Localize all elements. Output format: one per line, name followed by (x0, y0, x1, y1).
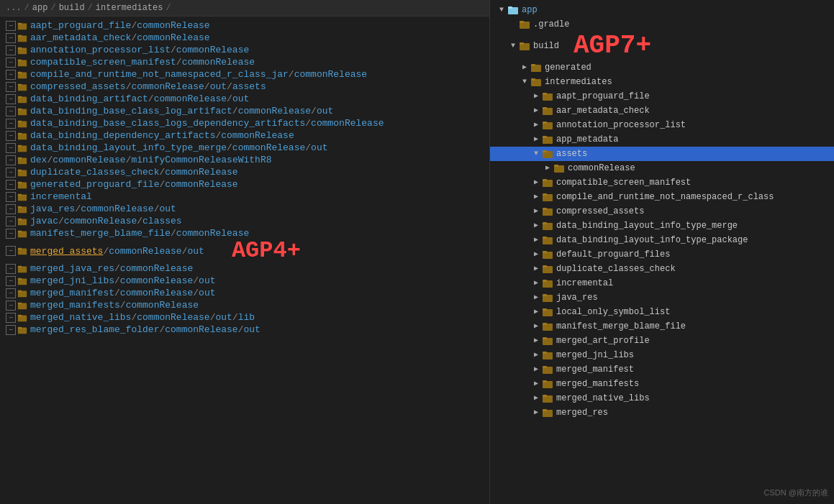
tree-item-assets[interactable]: ▼ assets (490, 147, 834, 161)
tree-item-aar-meta[interactable]: ▶ aar_metadata_check (490, 104, 834, 118)
expand-arrow[interactable]: ▶ (530, 263, 542, 275)
list-item[interactable]: − annotation_processor_list/commonReleas… (0, 44, 489, 56)
list-item[interactable]: − dex/commonRelease/minifyCommonReleaseW… (0, 154, 489, 166)
collapse-btn[interactable]: − (6, 216, 16, 226)
list-item[interactable]: − aar_metadata_check/commonRelease (0, 32, 489, 44)
list-item[interactable]: − data_binding_artifact/commonRelease/ou… (0, 93, 489, 105)
expand-arrow[interactable]: ▶ (530, 407, 542, 418)
expand-arrow[interactable]: ▶ (530, 349, 542, 361)
expand-arrow[interactable]: ▼ (496, 4, 507, 16)
expand-arrow[interactable]: ▶ (530, 292, 542, 303)
list-item[interactable]: − data_binding_base_class_logs_dependenc… (0, 117, 489, 129)
expand-arrow[interactable]: ▶ (530, 249, 542, 260)
tree-item-app-meta[interactable]: ▶ app_metadata (490, 132, 834, 147)
list-item[interactable]: − compile_and_runtime_not_namespaced_r_c… (0, 68, 489, 81)
list-item[interactable]: − data_binding_dependency_artifacts/comm… (0, 129, 489, 142)
expand-arrow[interactable]: ▶ (530, 378, 542, 390)
expand-arrow[interactable]: ▼ (519, 76, 530, 88)
tree-item-java-res[interactable]: ▶ java_res (490, 290, 834, 305)
collapse-btn[interactable]: − (6, 82, 16, 92)
collapse-btn[interactable]: − (6, 155, 16, 165)
collapse-btn[interactable]: − (6, 276, 16, 286)
collapse-btn[interactable]: − (6, 119, 16, 129)
list-item[interactable]: − data_binding_layout_info_type_merge/co… (0, 142, 489, 154)
collapse-btn[interactable]: − (6, 168, 16, 178)
collapse-btn[interactable]: − (6, 70, 16, 80)
collapse-btn[interactable]: − (6, 246, 16, 256)
expand-arrow[interactable]: ▶ (530, 321, 542, 332)
tree-item-merged-manifests[interactable]: ▶ merged_manifests (490, 377, 834, 391)
collapse-btn[interactable]: − (6, 264, 16, 274)
tree-item-build[interactable]: ▼ build AGP7+ (490, 32, 834, 60)
expand-arrow[interactable]: ▶ (530, 206, 542, 217)
expand-arrow[interactable]: ▼ (530, 148, 542, 160)
list-item[interactable]: − java_res/commonRelease/out (0, 203, 489, 215)
collapse-btn[interactable]: − (6, 106, 16, 116)
tree-item-dblayout-package[interactable]: ▶ data_binding_layout_info_type_package (490, 233, 834, 247)
expand-arrow[interactable]: ▶ (530, 119, 542, 131)
collapse-btn[interactable]: − (6, 229, 16, 239)
list-item[interactable]: − merged_native_libs/commonRelease/out/l… (0, 311, 489, 324)
list-item[interactable]: − compatible_screen_manifest/commonRelea… (0, 56, 489, 68)
collapse-btn[interactable]: − (6, 131, 16, 141)
list-item[interactable]: − javac/commonRelease/classes (0, 215, 489, 227)
tree-item-manifest-blame[interactable]: ▶ manifest_merge_blame_file (490, 319, 834, 334)
collapse-btn[interactable]: − (6, 325, 16, 335)
expand-arrow[interactable]: ▶ (519, 62, 530, 73)
expand-arrow[interactable]: ▶ (530, 105, 542, 116)
collapse-btn[interactable]: − (6, 301, 16, 311)
list-item[interactable]: − data_binding_base_class_log_artifact/c… (0, 105, 489, 117)
collapse-btn[interactable]: − (6, 33, 16, 43)
collapse-btn[interactable]: − (6, 288, 16, 298)
tree-item-common-release[interactable]: ▶ commonRelease (490, 161, 834, 175)
tree-item-app[interactable]: ▼ app (490, 3, 834, 17)
tree-item-aapt[interactable]: ▶ aapt_proguard_file (490, 89, 834, 104)
expand-arrow[interactable]: ▶ (530, 134, 542, 145)
collapse-btn[interactable]: − (6, 143, 16, 153)
expand-arrow[interactable]: ▶ (530, 393, 542, 404)
expand-arrow[interactable]: ▶ (530, 278, 542, 289)
collapse-btn[interactable]: − (6, 94, 16, 104)
tree-item-compile-runtime[interactable]: ▶ compile_and_runtime_not_namespaced_r_c… (490, 190, 834, 204)
list-item[interactable]: − merged_manifests/commonRelease (0, 299, 489, 311)
expand-arrow[interactable]: ▶ (530, 191, 542, 203)
list-item[interactable]: − aapt_proguard_file/commonRelease (0, 19, 489, 32)
expand-arrow[interactable]: ▶ (530, 364, 542, 375)
tree-item-default-proguard[interactable]: ▶ default_proguard_files (490, 247, 834, 262)
collapse-btn[interactable]: − (6, 180, 16, 190)
tree-item-compressed[interactable]: ▶ compressed_assets (490, 204, 834, 219)
list-item[interactable]: − generated_proguard_file/commonRelease (0, 178, 489, 191)
tree-item-local-symbol[interactable]: ▶ local_only_symbol_list (490, 305, 834, 319)
collapse-btn[interactable]: − (6, 58, 16, 68)
list-item[interactable]: − merged_jni_libs/commonRelease/out (0, 275, 489, 287)
expand-arrow[interactable]: ▶ (530, 335, 542, 347)
collapse-btn[interactable]: − (6, 21, 16, 31)
tree-item-merged-native[interactable]: ▶ merged_native_libs (490, 391, 834, 406)
collapse-btn[interactable]: − (6, 45, 16, 55)
tree-item-generated[interactable]: ▶ generated (490, 60, 834, 75)
list-item[interactable]: − compressed_assets/commonRelease/out/as… (0, 81, 489, 93)
collapse-btn[interactable]: − (6, 204, 16, 214)
expand-arrow[interactable]: ▶ (542, 162, 553, 174)
tree-item-annotation[interactable]: ▶ annotation_processor_list (490, 118, 834, 132)
tree-item-merged-res[interactable]: ▶ merged_res (490, 406, 834, 420)
expand-arrow[interactable]: ▶ (530, 234, 542, 246)
tree-item-dup-check[interactable]: ▶ duplicate_classes_check (490, 262, 834, 276)
tree-item-compat[interactable]: ▶ compatible_screen_manifest (490, 175, 834, 190)
tree-item-merged-art[interactable]: ▶ merged_art_profile (490, 334, 834, 348)
collapse-btn[interactable]: − (6, 313, 16, 323)
tree-item-incremental[interactable]: ▶ incremental (490, 276, 834, 290)
expand-arrow[interactable]: ▼ (507, 40, 519, 52)
expand-arrow[interactable]: ▶ (530, 220, 542, 232)
list-item[interactable]: − merged_manifest/commonRelease/out (0, 287, 489, 299)
expand-arrow[interactable]: ▶ (530, 306, 542, 318)
tree-item-dblayout-merge[interactable]: ▶ data_binding_layout_info_type_merge (490, 219, 834, 233)
list-item[interactable]: − merged_java_res/commonRelease (0, 262, 489, 275)
list-item[interactable]: − merged_res_blame_folder/commonRelease/… (0, 324, 489, 336)
list-item-merged-assets[interactable]: − merged_assets/commonRelease/out (0, 245, 210, 257)
tree-item-intermediates[interactable]: ▼ intermediates (490, 75, 834, 89)
collapse-btn[interactable]: − (6, 192, 16, 202)
tree-item-gradle[interactable]: ▶ .gradle (490, 17, 834, 32)
list-item[interactable]: − incremental (0, 191, 489, 203)
tree-item-merged-manifest[interactable]: ▶ merged_manifest (490, 362, 834, 377)
